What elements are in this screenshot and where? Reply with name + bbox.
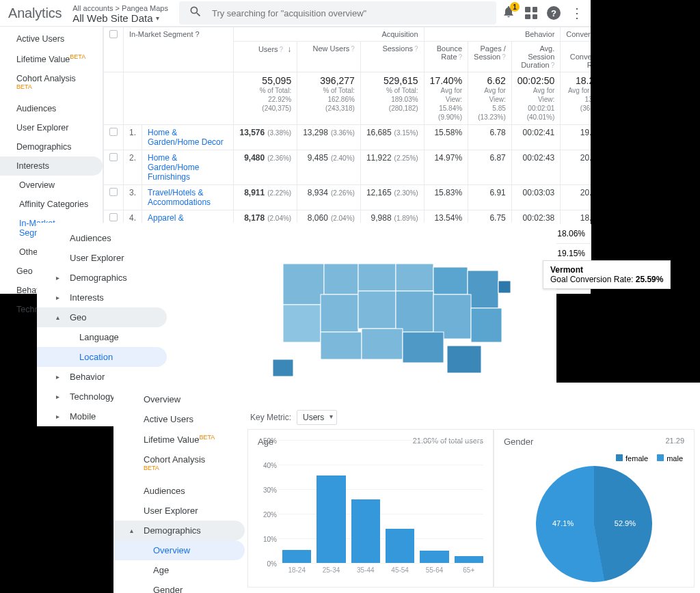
nav-active-users[interactable]: Active Users [0, 29, 103, 49]
us-map[interactable] [269, 243, 529, 380]
col-users[interactable]: Users?↓ [234, 42, 297, 72]
segment-col-header[interactable]: In-Market Segment [129, 30, 193, 38]
nav2-user-explorer[interactable]: User Explorer [37, 248, 167, 268]
legend-swatch-male [657, 454, 664, 461]
pie-label-female: 47.1% [552, 519, 574, 527]
svg-rect-15 [447, 346, 481, 373]
chevron-right-icon: ▸ [56, 274, 59, 281]
svg-rect-16 [498, 281, 511, 293]
demo-sidemenu: Overview Active Users Lifetime ValueBETA… [113, 383, 245, 593]
row-checkbox[interactable] [109, 213, 118, 221]
nav3-age[interactable]: Age [113, 560, 245, 580]
search-box[interactable] [179, 1, 496, 25]
age-bar[interactable] [455, 556, 483, 563]
group-conversions: Conversions [561, 27, 591, 42]
nav2-geo[interactable]: ▴Geo [37, 307, 167, 327]
age-bar[interactable] [351, 499, 380, 563]
search-input[interactable] [212, 8, 487, 18]
nav-affinity-categories[interactable]: Affinity Categories [0, 195, 103, 214]
col-new-users[interactable]: New Users? [297, 42, 361, 72]
pie-label-male: 52.9% [615, 519, 636, 527]
help-button[interactable]: ? [547, 6, 561, 20]
svg-rect-17 [273, 359, 293, 376]
col-bounce[interactable]: Bounce Rate? [424, 42, 468, 72]
svg-rect-7 [321, 294, 358, 332]
age-bar[interactable] [317, 475, 345, 563]
row-checkbox[interactable] [109, 153, 118, 161]
nav-demographics[interactable]: Demographics [0, 137, 103, 156]
nav3-demographics[interactable]: ▴Demographics [113, 521, 245, 540]
key-metric-select[interactable]: Users [297, 410, 337, 425]
svg-rect-14 [403, 332, 444, 363]
chevron-up-icon: ▴ [56, 314, 59, 321]
nav3-demographics-overview[interactable]: Overview [113, 540, 245, 560]
col-sessions[interactable]: Sessions? [360, 42, 424, 72]
key-metric-label: Key Metric: [250, 413, 291, 422]
chevron-up-icon: ▴ [130, 527, 133, 534]
demographics-panel: Overview Active Users Lifetime ValueBETA… [113, 383, 700, 593]
svg-rect-8 [358, 291, 396, 329]
nav2-language[interactable]: Language [37, 327, 167, 347]
svg-rect-3 [396, 264, 433, 291]
geo-location-panel: Audiences User Explorer ▸Demographics ▸I… [37, 223, 556, 387]
table-row[interactable]: 2.Home & Garden/Home Furnishings9,480(2.… [104, 150, 591, 185]
nav3-cohort-analysis[interactable]: Cohort AnalysisBETA [113, 450, 245, 480]
nav3-lifetime-value[interactable]: Lifetime ValueBETA [113, 429, 245, 450]
search-icon [189, 5, 202, 22]
col-pps[interactable]: Pages / Session? [468, 42, 512, 72]
nav2-location[interactable]: Location [37, 347, 167, 367]
nav3-audiences[interactable]: Audiences [113, 481, 245, 501]
nav-user-explorer[interactable]: User Explorer [0, 118, 103, 137]
segment-link[interactable]: Home & Garden/Home Decor [148, 128, 228, 147]
table-row[interactable]: 1.Home & Garden/Home Decor13,576(3.38%)1… [104, 125, 591, 150]
account-switcher[interactable]: All accounts > Pangea Maps All Web Site … [70, 3, 174, 24]
nav2-audiences[interactable]: Audiences [37, 228, 167, 248]
chevron-right-icon: ▸ [56, 393, 59, 400]
segment-link[interactable]: Travel/Hotels & Accommodations [148, 188, 228, 207]
totals-row: 55,095% of Total:22.92% (240,375) 396,27… [104, 72, 591, 125]
row-checkbox[interactable] [109, 128, 118, 136]
age-chart-subtitle: 21.06% of total users [413, 437, 483, 445]
nav-interests[interactable]: Interests [0, 156, 103, 176]
tooltip-state: Vermont [550, 265, 583, 275]
brand-logo: Analytics [0, 5, 70, 21]
age-bar[interactable] [420, 551, 448, 563]
age-bar[interactable] [282, 550, 311, 563]
nav-cohort-analysis[interactable]: Cohort AnalysisBETA [0, 69, 103, 99]
group-acquisition: Acquisition [234, 27, 424, 42]
nav3-gender[interactable]: Gender [113, 580, 245, 593]
view-name: All Web Site Data▾ [72, 12, 168, 24]
gender-chart-subtitle: 21.29 [665, 437, 684, 445]
svg-rect-5 [468, 271, 498, 308]
nav3-active-users[interactable]: Active Users [113, 409, 245, 429]
dropdown-caret-icon: ▾ [156, 14, 159, 22]
col-gcr[interactable]: Goal Conversion Rate? [561, 42, 591, 72]
table-row[interactable]: 3.Travel/Hotels & Accommodations8,911(2.… [104, 185, 591, 210]
nav-lifetime-value[interactable]: Lifetime ValueBETA [0, 49, 103, 69]
select-all-checkbox[interactable] [109, 30, 118, 38]
nav-interests-overview[interactable]: Overview [0, 176, 103, 195]
nav3-user-explorer[interactable]: User Explorer [113, 501, 245, 521]
svg-rect-13 [362, 329, 403, 359]
gender-chart: Gender 21.29 female male 47.1% 52.9% [494, 429, 695, 588]
col-duration[interactable]: Avg. Session Duration? [511, 42, 561, 72]
nav3-overview[interactable]: Overview [113, 389, 245, 409]
account-path: All accounts > Pangea Maps [72, 4, 168, 12]
nav-audiences[interactable]: Audiences [0, 99, 103, 118]
gender-legend: female male [609, 454, 683, 463]
nav2-demographics[interactable]: ▸Demographics [37, 268, 167, 288]
segment-link[interactable]: Home & Garden/Home Furnishings [148, 153, 228, 182]
chevron-right-icon: ▸ [56, 294, 59, 301]
svg-rect-1 [324, 264, 358, 294]
row-checkbox[interactable] [109, 188, 118, 196]
chevron-right-icon: ▸ [56, 373, 59, 381]
age-bar[interactable] [386, 529, 414, 563]
svg-rect-4 [433, 267, 468, 294]
apps-button[interactable] [525, 7, 537, 19]
notifications-button[interactable]: 1 [502, 5, 515, 21]
top-bar: Analytics All accounts > Pangea Maps All… [0, 0, 591, 26]
svg-rect-11 [471, 308, 502, 342]
header-actions: 1 ? ⋮ [502, 5, 591, 21]
svg-rect-0 [283, 264, 324, 305]
nav2-interests[interactable]: ▸Interests [37, 288, 167, 307]
